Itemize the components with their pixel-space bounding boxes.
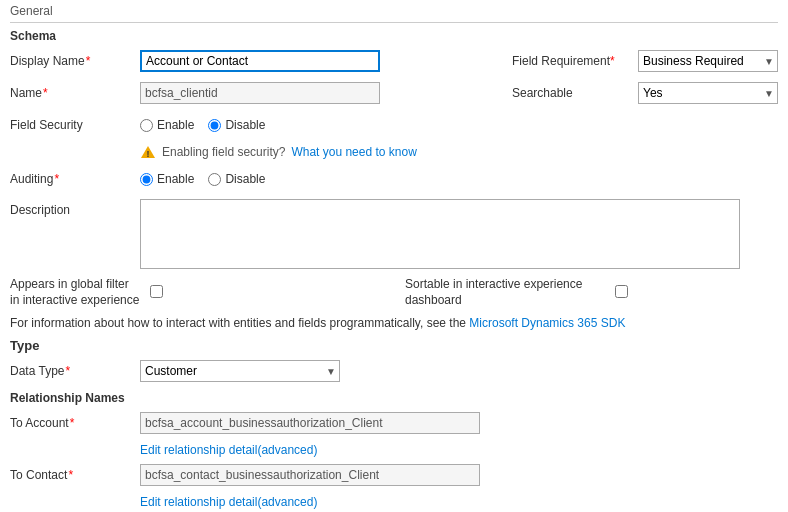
to-contact-input[interactable] <box>140 464 480 486</box>
field-security-help-link[interactable]: What you need to know <box>291 145 416 159</box>
description-row: Description <box>10 199 778 269</box>
auditing-label: Auditing* <box>10 172 140 186</box>
display-name-row: Display Name* Field Requirement* Busines… <box>10 49 778 73</box>
searchable-label: Searchable <box>512 86 632 100</box>
warning-row: ! Enabling field security? What you need… <box>140 145 778 159</box>
searchable-dropdown-wrapper: Yes No ▼ <box>638 82 778 104</box>
auditing-options: Enable Disable <box>140 172 778 186</box>
description-field <box>140 199 778 269</box>
global-filter-label: Appears in global filter in interactive … <box>10 277 140 308</box>
edit-contact-link[interactable]: Edit relationship detail(advanced) <box>140 495 778 509</box>
general-label: General <box>10 4 53 18</box>
field-requirement-dropdown-wrapper: Business Required Required Optional None… <box>638 50 778 72</box>
field-security-enable-option[interactable]: Enable <box>140 118 194 132</box>
field-requirement-label: Field Requirement* <box>512 54 632 68</box>
display-name-label: Display Name* <box>10 54 140 68</box>
field-security-label: Field Security <box>10 118 140 132</box>
type-header: Type <box>10 338 778 353</box>
field-security-disable-radio[interactable] <box>208 119 221 132</box>
to-account-row: To Account* <box>10 411 778 435</box>
filter-sortable-row: Appears in global filter in interactive … <box>10 277 778 308</box>
field-requirement-select[interactable]: Business Required Required Optional None <box>638 50 778 72</box>
field-security-row: Field Security Enable Disable <box>10 113 778 137</box>
name-label: Name* <box>10 86 140 100</box>
svg-text:!: ! <box>147 149 150 159</box>
auditing-enable-option[interactable]: Enable <box>140 172 194 186</box>
edit-account-link[interactable]: Edit relationship detail(advanced) <box>140 443 778 457</box>
field-security-enable-radio[interactable] <box>140 119 153 132</box>
to-account-label: To Account* <box>10 416 140 430</box>
info-row: For information about how to interact wi… <box>10 316 778 330</box>
data-type-dropdown-wrapper: Customer ▼ <box>140 360 340 382</box>
to-account-input[interactable] <box>140 412 480 434</box>
sdk-link[interactable]: Microsoft Dynamics 365 SDK <box>469 316 625 330</box>
to-contact-row: To Contact* <box>10 463 778 487</box>
auditing-row: Auditing* Enable Disable <box>10 167 778 191</box>
data-type-label: Data Type* <box>10 364 140 378</box>
searchable-select[interactable]: Yes No <box>638 82 778 104</box>
display-name-field <box>140 50 492 72</box>
auditing-disable-radio[interactable] <box>208 173 221 186</box>
sortable-checkbox-wrapper <box>615 285 628 301</box>
sortable-label: Sortable in interactive experience dashb… <box>405 277 605 308</box>
to-contact-field <box>140 464 778 486</box>
name-field <box>140 82 492 104</box>
data-type-select[interactable]: Customer <box>140 360 340 382</box>
auditing-enable-radio[interactable] <box>140 173 153 186</box>
data-type-field: Customer ▼ <box>140 360 778 382</box>
global-filter-checkbox-wrapper <box>150 285 163 301</box>
global-filter-col: Appears in global filter in interactive … <box>10 277 405 308</box>
global-filter-checkbox[interactable] <box>150 285 163 298</box>
top-bar: General <box>10 4 778 23</box>
sortable-col: Sortable in interactive experience dashb… <box>405 277 778 308</box>
to-account-field <box>140 412 778 434</box>
warning-icon: ! <box>140 145 156 159</box>
auditing-disable-option[interactable]: Disable <box>208 172 265 186</box>
description-textarea[interactable] <box>140 199 740 269</box>
to-contact-label: To Contact* <box>10 468 140 482</box>
schema-header: Schema <box>10 29 778 43</box>
display-name-input[interactable] <box>140 50 380 72</box>
data-type-row: Data Type* Customer ▼ <box>10 359 778 383</box>
description-label: Description <box>10 199 140 217</box>
field-security-disable-option[interactable]: Disable <box>208 118 265 132</box>
field-security-options: Enable Disable <box>140 118 778 132</box>
page-container: General Schema Display Name* Field Requi… <box>0 0 788 512</box>
rel-names-label: Relationship Names <box>10 391 778 405</box>
name-input[interactable] <box>140 82 380 104</box>
name-row: Name* Searchable Yes No ▼ <box>10 81 778 105</box>
sortable-checkbox[interactable] <box>615 285 628 298</box>
